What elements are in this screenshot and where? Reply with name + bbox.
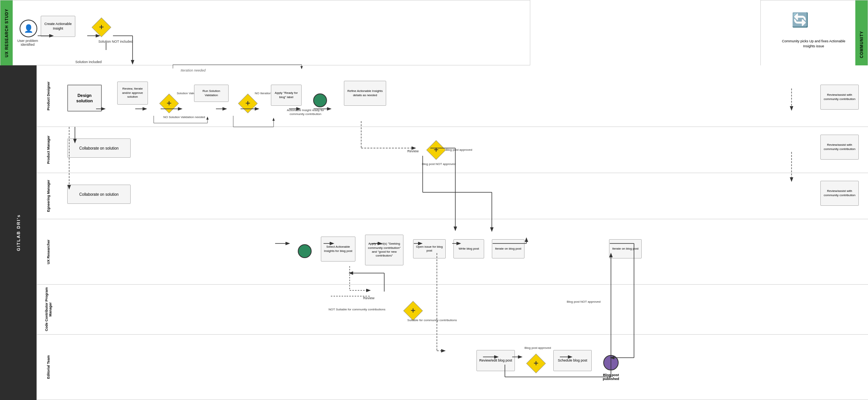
select-ai-box: Select Actionable Insights for blog post	[321, 237, 355, 262]
diagram-container: UX RESEARCH STUDY 👤 User problem identif…	[0, 0, 868, 400]
iteration-needed-label: Iteration needed	[181, 68, 206, 72]
schedule-blog-box: Schedule blog post	[553, 350, 592, 371]
review-assist-em-box: Review/assist with community contributio…	[820, 181, 859, 206]
gitlab-dri-label: GITLAB DRI's	[0, 65, 37, 400]
ux-researcher-label: UX Researcher	[37, 219, 60, 284]
review-assist-pm-box: Review/assist with community contributio…	[820, 135, 859, 160]
code-contributor-label: Code Contributor Program Manager	[37, 285, 60, 334]
diamond-editorial: ✕	[528, 356, 544, 371]
editorial-team-label: Editorial Team	[37, 335, 60, 400]
blog-post-approved-2-label: Blog post approved	[524, 346, 551, 350]
review-edit-box: Review/edit blog post	[476, 350, 515, 371]
diamond-1: ✕	[161, 96, 177, 111]
lane-ux-researcher: UX Researcher Select Actionable Insights…	[37, 219, 868, 285]
lane-engineering-manager: Egneering Manager Collaborate on solutio…	[37, 173, 868, 219]
not-suitable-label: NOT Suitable for community contributions	[329, 308, 385, 311]
no-solution-validation-label: NO Solution Validation needed	[163, 115, 205, 119]
ux-research-label: UX RESEARCH STUDY	[0, 0, 13, 66]
blog-published-label: Blog post published	[596, 373, 626, 381]
lane-editorial-team: Editorial Team Review/edit blog post ✕ B…	[37, 335, 868, 400]
diamond-2: ✕	[240, 96, 256, 111]
user-problem-label: User problem identified	[14, 39, 41, 47]
iterate-blog-1-box: Iterate on blog post	[492, 239, 524, 258]
lane-product-designer: Product Designer Iteration needed Design…	[37, 65, 868, 127]
green-circle-pd	[313, 93, 327, 107]
blog-post-not-approved-1-label: Blog post NOT approved	[422, 162, 456, 166]
diamond-pm: ✕	[428, 142, 444, 158]
write-blog-box: Write blog post	[453, 239, 484, 258]
engineering-manager-label: Egneering Manager	[37, 173, 60, 219]
iterate-blog-2-box: Iterate on blog post	[609, 239, 642, 258]
community-picks-up-text: Community picks Up and fixes Actionable …	[780, 39, 847, 48]
user-problem-circle: 👤	[20, 20, 37, 37]
lane-code-contributor: Code Contributor Program Manager Review …	[37, 285, 868, 335]
diamond-cc: ✕	[405, 303, 421, 318]
apply-ready-label-box: Apply "Ready for blog" label	[271, 85, 302, 106]
solution-included-label: Solution included	[75, 60, 102, 64]
open-issue-box: Open issue for blog post	[413, 239, 446, 258]
refine-ai-box: Refine Actionable Insights details as ne…	[344, 81, 386, 106]
solution-not-included-label: Solution NOT included	[98, 40, 133, 43]
blog-published-circle	[603, 355, 619, 370]
ai-ready-label: Actionable Insight ready for community c…	[282, 108, 329, 117]
green-circle-ux	[298, 244, 312, 258]
diamond-create-ai: ✕	[95, 20, 108, 34]
blog-post-approved-label: Blog post approved	[446, 148, 472, 152]
review-label-pm: Review	[407, 149, 419, 153]
review-assist-1-box: Review/assist with community contributio…	[820, 85, 859, 110]
apply-labels-box: Apply label(s) "Seeking community contri…	[365, 235, 403, 265]
run-solution-validation-box: Run Solution Validation	[194, 85, 229, 102]
review-iterate-box: Review, Iterate and/or approve solution	[117, 82, 148, 105]
create-ai-box: Create Actionable Insight	[41, 16, 75, 37]
product-manager-label: Product Manager	[37, 127, 60, 173]
ux-research-section: UX RESEARCH STUDY 👤 User problem identif…	[0, 0, 530, 65]
review-label-cc: Review	[363, 296, 375, 300]
product-designer-label: Product Designer	[37, 65, 60, 127]
design-solution-box: Design solution	[67, 85, 102, 112]
blog-post-not-approved-2-label: Blog post NOT approved	[567, 300, 601, 303]
suitable-label: Suitable for community contributions	[407, 318, 457, 322]
lane-product-manager: Product Manager Collaborate on solution …	[37, 127, 868, 173]
diamond-shape: ✕	[92, 18, 111, 37]
collaborate-em-box: Collaborate on solution	[67, 185, 131, 204]
collaborate-pm-box: Collaborate on solution	[67, 138, 131, 158]
